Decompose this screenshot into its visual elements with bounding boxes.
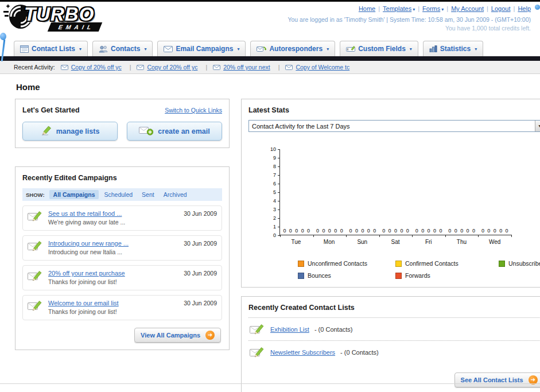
recent-activity-items: Copy of 20% off ycCopy of 20% off yc20% … xyxy=(61,64,349,71)
campaign-date: 30 Jun 2009 xyxy=(184,240,217,247)
x-axis-tick xyxy=(280,235,281,237)
y-axis-label: 5 xyxy=(273,189,276,195)
chevron-down-icon: ▾ xyxy=(413,7,415,12)
chart-value-label: 0 xyxy=(506,228,508,234)
legend-label: Confirmed Contacts xyxy=(405,260,459,267)
legend-label: Unconfirmed Contacts xyxy=(308,260,367,267)
y-axis-tick xyxy=(278,149,280,150)
chart-value-label: 0 xyxy=(389,228,391,234)
top-link-templates[interactable]: Templates xyxy=(383,5,411,12)
switch-quick-links-link[interactable]: Switch to Quick Links xyxy=(165,107,222,114)
recent-activity-item[interactable]: Copy of 20% off yc xyxy=(61,64,131,71)
filter-all-campaigns[interactable]: All Campaigns xyxy=(49,190,99,199)
chart-x-axis-labels: TueMonSunSatFriThuWed xyxy=(279,239,511,245)
chevron-down-icon: ▾ xyxy=(475,46,477,52)
chevron-down-icon: ▾ xyxy=(441,7,444,12)
recent-activity-item[interactable]: Copy of Welcome tc xyxy=(285,64,349,71)
campaign-subtitle: Thanks for joining our list! xyxy=(48,308,175,315)
app-window: TURBO EMAIL HomeTemplates▾Forms▾My Accou… xyxy=(0,0,540,392)
y-axis-label: 3 xyxy=(273,207,276,212)
stats-period-select[interactable]: Contact Activity for the Last 7 Days ▾ xyxy=(248,120,540,132)
tab-contact-lists[interactable]: Contact Lists▾ xyxy=(14,41,88,56)
chart-value-row: 00000 xyxy=(313,228,347,234)
latest-stats-panel: Latest Stats Contact Activity for the La… xyxy=(241,99,540,288)
x-axis-label: Sun xyxy=(345,239,379,245)
y-axis-label: 7 xyxy=(273,172,276,178)
envelope-plus-icon xyxy=(139,126,153,137)
logo-subtitle: EMAIL xyxy=(48,22,102,32)
chart-legend: Unconfirmed ContactsConfirmed ContactsUn… xyxy=(298,260,540,279)
x-axis-label: Thu xyxy=(445,239,479,245)
filter-archived[interactable]: Archived xyxy=(160,190,191,199)
annotation-dot xyxy=(535,5,540,10)
campaign-list: See us at the retail food ...We're givin… xyxy=(22,205,222,320)
chart-value-label: 0 xyxy=(487,228,490,234)
chart-value-label: 0 xyxy=(328,228,331,234)
credits-text: You have 1,000 total credits left. xyxy=(288,25,531,32)
top-link-home[interactable]: Home xyxy=(359,5,375,12)
tab-autoresponders[interactable]: Autoresponders▾ xyxy=(250,41,335,56)
page-title: Home xyxy=(16,82,525,92)
email-item-icon xyxy=(137,65,144,70)
campaign-link[interactable]: 20% off your next purchase xyxy=(48,270,125,277)
top-link-logout[interactable]: Logout xyxy=(491,5,511,12)
chart-value-label: 0 xyxy=(307,228,310,234)
contact-list-item: Newsletter Subscribers- (0 Contacts) xyxy=(248,340,540,363)
top-link-forms[interactable]: Forms xyxy=(422,5,440,12)
x-axis-label: Tue xyxy=(279,239,313,245)
view-all-campaigns-button[interactable]: View All Campaigns ➜ xyxy=(134,328,221,343)
manage-lists-button[interactable]: manage lists xyxy=(22,122,118,141)
chart-value-label: 0 xyxy=(481,228,484,234)
chevron-down-icon: ▾ xyxy=(237,46,239,52)
chart-value-row: 00000 xyxy=(280,228,313,234)
contact-list-link[interactable]: Newsletter Subscribers xyxy=(270,349,335,356)
chart-value-label: 0 xyxy=(367,228,370,234)
contact-list-detail: - (0 Contacts) xyxy=(314,326,353,333)
see-all-contact-lists-label: See All Contact Lists xyxy=(461,377,523,383)
top-link-my-account[interactable]: My Account xyxy=(451,5,484,12)
filter-scheduled[interactable]: Scheduled xyxy=(100,190,137,199)
contact-list-link[interactable]: Exhibition List xyxy=(270,326,309,333)
tab-statistics[interactable]: Statistics▾ xyxy=(423,41,483,56)
recent-activity-link: 20% off your next xyxy=(223,64,270,71)
x-axis-tick xyxy=(346,235,347,237)
show-label: SHOW: xyxy=(26,192,45,198)
chart-value-label: 0 xyxy=(334,228,337,234)
chart-value-label: 0 xyxy=(448,228,451,234)
x-axis-label: Mon xyxy=(313,239,346,245)
chart-value-label: 0 xyxy=(361,228,364,234)
x-axis-label: Wed xyxy=(478,239,511,245)
legend-label: Forwards xyxy=(405,272,430,279)
create-email-label: create an email xyxy=(158,127,209,135)
tab-custom-fields[interactable]: Custom Fields▾ xyxy=(340,41,418,56)
campaign-text: See us at the retail food ...We're givin… xyxy=(48,210,175,226)
create-email-button[interactable]: create an email xyxy=(127,122,222,141)
campaign-link[interactable]: See us at the retail food ... xyxy=(48,210,122,217)
contact-activity-chart: 109876543210 000000000000000000000000000… xyxy=(268,149,540,279)
top-nav-item: My Account xyxy=(451,5,491,12)
recent-activity-link: Copy of 20% off yc xyxy=(71,64,122,71)
campaign-text: 20% off your next purchaseThanks for joi… xyxy=(48,270,175,285)
get-started-panel: Let's Get Started Switch to Quick Links … xyxy=(15,99,230,148)
recent-activity-item[interactable]: Copy of 20% off yc xyxy=(137,64,207,71)
chart-value-label: 0 xyxy=(301,228,304,234)
chart-value-label: 0 xyxy=(283,228,286,234)
chart-category: 00000 xyxy=(412,149,445,235)
y-axis-label: 9 xyxy=(273,155,276,161)
chart-value-label: 0 xyxy=(499,228,502,234)
y-axis-tick xyxy=(278,192,280,193)
y-axis-label: 1 xyxy=(273,224,276,230)
recent-activity-item[interactable]: 20% off your next xyxy=(213,64,279,71)
tab-contacts[interactable]: Contacts▾ xyxy=(92,41,153,56)
chart-value-label: 0 xyxy=(415,228,418,234)
campaign-link[interactable]: Introducing our new range ... xyxy=(48,240,129,247)
view-all-campaigns-label: View All Campaigns xyxy=(141,332,200,339)
tab-label: Email Campaigns xyxy=(176,45,233,53)
tab-email-campaigns[interactable]: Email Campaigns▾ xyxy=(157,41,246,56)
login-status-text: You are logged in as 'Timothy Smith' | S… xyxy=(288,16,531,23)
campaign-link[interactable]: Welcome to our email list xyxy=(48,300,119,306)
see-all-contact-lists-button[interactable]: See All Contact Lists ➜ xyxy=(454,372,540,387)
filter-sent[interactable]: Sent xyxy=(138,190,158,199)
top-link-help[interactable]: Help xyxy=(518,5,531,12)
email-item-icon xyxy=(285,65,293,70)
